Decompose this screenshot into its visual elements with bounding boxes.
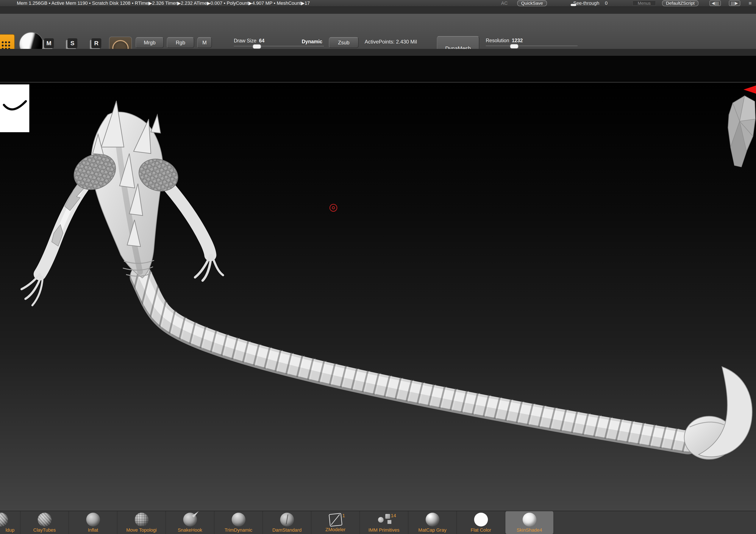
- brush-icon: [426, 513, 440, 526]
- brush-icon: [135, 513, 148, 526]
- rotate-gyro-icon: R: [92, 38, 101, 48]
- resolution-slider[interactable]: [486, 46, 578, 46]
- memory-stats-text: Mem 1.256GB • Active Mem 1190 • Scratch …: [17, 0, 310, 7]
- brush-shelf-item[interactable]: MatCap Gray: [408, 511, 457, 534]
- stroke-preview-thumbnail[interactable]: [0, 85, 29, 132]
- brush-shelf-item[interactable]: DamStandard: [263, 511, 311, 534]
- move-gyro-icon: M: [44, 38, 54, 48]
- brush-icon: [474, 513, 488, 526]
- brush-shelf-item[interactable]: IMM Primitives 14: [360, 511, 408, 534]
- status-bar: Mem 1.256GB • Active Mem 1190 • Scratch …: [0, 0, 756, 7]
- scale-gyro-icon: S: [68, 38, 77, 48]
- cursor-target-dot: [332, 206, 335, 209]
- brush-shelf-item[interactable]: Inflat: [69, 511, 118, 534]
- canvas-cursor-target-icon: [330, 204, 337, 212]
- brush-label: TrimDynamic: [225, 527, 252, 533]
- brush-shelf-item[interactable]: TrimDynamic: [214, 511, 263, 534]
- brush-label: Flat Color: [471, 527, 491, 533]
- brush-label: Inflat: [88, 527, 98, 533]
- brush-label: SnakeHook: [178, 527, 202, 533]
- sculpt-viewport[interactable]: [0, 82, 756, 511]
- resolution-label: Resolution1232: [486, 38, 523, 43]
- brush-label: ZModeler: [325, 527, 345, 532]
- brush-shelf-item[interactable]: Move Topologi: [118, 511, 166, 534]
- brush-label: ClayTubes: [33, 527, 56, 533]
- sculpt-model-render: [0, 83, 756, 511]
- brush-icon: [329, 513, 342, 527]
- brush-shelf: ldup ClayTubes Inflat Move Topologi Snak…: [0, 511, 756, 534]
- tail: [141, 272, 688, 443]
- brush-count-badge: 1: [342, 513, 345, 519]
- canvas-top-band: [0, 56, 756, 82]
- brush-label: Move Topologi: [126, 527, 157, 533]
- see-through-slider-label[interactable]: See-through0: [573, 0, 608, 7]
- divider-right-icon[interactable]: |||▶: [729, 0, 740, 6]
- rgb-button[interactable]: Rgb: [167, 37, 194, 48]
- brush-icon: [377, 513, 391, 526]
- draw-size-thumb[interactable]: [253, 44, 261, 49]
- brush-icon: [0, 513, 8, 526]
- brush-shelf-item[interactable]: SnakeHook: [166, 511, 214, 534]
- brush-label: SkinShade4: [517, 527, 542, 533]
- mrgb-button[interactable]: Mrgb: [136, 37, 164, 48]
- active-points-text: ActivePoints: 2.430 Mil: [364, 39, 417, 45]
- menus-toggle[interactable]: Menus: [633, 1, 656, 6]
- brush-shelf-item[interactable]: ZModeler 1: [311, 511, 360, 534]
- top-toolbar: Draw M Move S Scale R Rotate Mrgb Rgb M …: [0, 14, 756, 49]
- brush-label: IMM Primitives: [368, 527, 399, 533]
- m-button[interactable]: M: [197, 37, 212, 48]
- brush-icon: [232, 513, 245, 526]
- draw-size-value: 64: [259, 38, 265, 43]
- resolution-value: 1232: [512, 38, 523, 43]
- brush-count-badge: 14: [391, 513, 396, 519]
- tail-hook: [684, 367, 752, 459]
- status-toolbar-gap: [0, 7, 756, 14]
- hamburger-menu-icon[interactable]: ≡: [749, 0, 752, 7]
- lowpoly-head: [728, 96, 755, 167]
- divider-left-icon[interactable]: ◀|||: [710, 0, 721, 6]
- draw-size-slider[interactable]: [234, 46, 324, 46]
- red-arrow-marker-icon: [743, 86, 756, 94]
- brush-shelf-item[interactable]: SkinShade4: [505, 511, 554, 534]
- brush-label: ldup: [6, 527, 15, 533]
- brush-icon: [38, 513, 51, 526]
- brush-shelf-item[interactable]: ClayTubes: [20, 511, 69, 534]
- draw-size-label: Draw Size64: [234, 38, 264, 44]
- resolution-thumb[interactable]: [510, 44, 519, 49]
- brush-label: MatCap Gray: [418, 527, 446, 533]
- shelf-scrollbar: [0, 49, 756, 56]
- brush-icon: [280, 513, 294, 526]
- brush-shelf-item[interactable]: Flat Color: [457, 511, 505, 534]
- brush-icon: [86, 513, 100, 526]
- brush-icon: [183, 513, 197, 526]
- dynamic-label: Dynamic: [302, 39, 322, 44]
- default-zscript-button[interactable]: DefaultZScript: [662, 0, 698, 6]
- quicksave-button[interactable]: QuickSave: [517, 0, 547, 6]
- brush-label: DamStandard: [272, 527, 302, 533]
- see-through-thumb[interactable]: [571, 4, 576, 6]
- brush-shelf-item[interactable]: ldup: [0, 511, 20, 534]
- stroke-curve-icon: [0, 85, 29, 132]
- brush-icon: [523, 513, 536, 526]
- zbrush-window: Mem 1.256GB • Active Mem 1190 • Scratch …: [0, 0, 756, 534]
- see-through-value: 0: [605, 0, 608, 6]
- torso: [91, 112, 163, 278]
- zsub-button[interactable]: Zsub: [329, 37, 359, 48]
- ac-label: AC: [501, 0, 508, 7]
